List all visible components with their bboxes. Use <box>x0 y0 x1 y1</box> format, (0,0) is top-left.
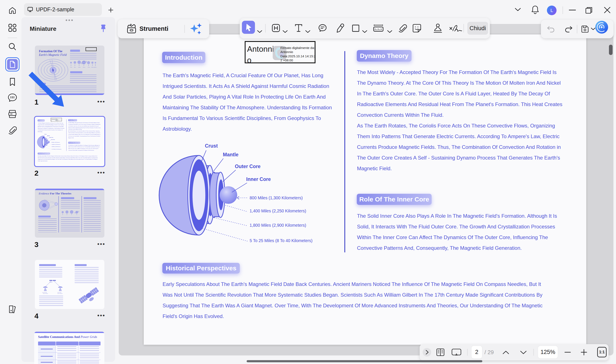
svg-text:800 Miles (1,300 Kilometers): 800 Miles (1,300 Kilometers) <box>52 142 60 143</box>
svg-text:Mantle: Mantle <box>223 152 238 157</box>
svg-text:Satellite: Satellite <box>49 282 52 283</box>
svg-text:1,800 Miles (2,900 Kilometers): 1,800 Miles (2,900 Kilometers) <box>52 146 60 147</box>
svg-text:800 Miles (1,300 Kilometers): 800 Miles (1,300 Kilometers) <box>249 195 303 200</box>
svg-text:Jupiter: Jupiter <box>78 67 81 68</box>
svg-text:5 To 25 Miles (8 To 40 Kilomet: 5 To 25 Miles (8 To 40 Kilometers) <box>249 238 313 243</box>
svg-text:Mantle: Mantle <box>47 135 50 136</box>
svg-text:Mercury: Mercury <box>94 67 97 68</box>
svg-text:Outer Core: Outer Core <box>49 137 53 138</box>
svg-text:Inner Core: Inner Core <box>51 139 55 140</box>
svg-text:Saturn: Saturn <box>83 67 85 68</box>
svg-text:Outer Core: Outer Core <box>235 164 261 169</box>
svg-text:1,400 Miles (2,250 Kilometers): 1,400 Miles (2,250 Kilometers) <box>52 144 60 145</box>
svg-text:Crust: Crust <box>44 134 47 135</box>
svg-text:1,800 Miles (2,900 Kilometers): 1,800 Miles (2,900 Kilometers) <box>249 223 306 228</box>
svg-text:Inner Core: Inner Core <box>246 176 271 182</box>
svg-text:Earth Station: Earth Station <box>43 293 48 294</box>
svg-text:Venus: Venus <box>88 67 90 68</box>
svg-text:Crust: Crust <box>205 143 218 149</box>
svg-text:Neptune: Neptune <box>91 67 95 68</box>
svg-text:Pluto: Pluto <box>70 67 72 68</box>
svg-text:5 To 25 Miles (8 To 40 Kilomet: 5 To 25 Miles (8 To 40 Kilometers) <box>52 149 61 150</box>
svg-text:1,400 Miles (2,250 Kilometers): 1,400 Miles (2,250 Kilometers) <box>249 208 306 213</box>
svg-text:Mars: Mars <box>74 67 76 68</box>
svg-text:Earth Station: Earth Station <box>58 293 63 294</box>
